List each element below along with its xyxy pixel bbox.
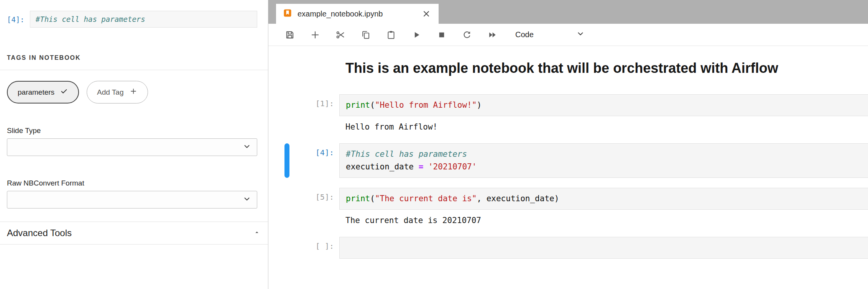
execution-prompt: [ ]: (289, 237, 339, 259)
cell-body: #This cell has parametersexecution_date … (339, 143, 868, 178)
cell-type-select[interactable]: Code (515, 29, 585, 40)
chevron-down-icon (576, 29, 585, 40)
tab-example-notebook[interactable]: example_notebook.ipynb (276, 4, 439, 24)
cell-body: This is an example notebook that will be… (339, 60, 868, 77)
slide-type-select[interactable] (7, 138, 257, 156)
caret-up-icon (253, 229, 260, 237)
chevron-down-icon (242, 194, 252, 205)
cell-list: [1]:print("Hello from Airflow!")Hello fr… (268, 94, 868, 259)
tags-in-notebook-header: TAGS IN NOTEBOOK (0, 54, 268, 70)
active-cell-preview: [4]: #This cell has parameters (0, 11, 268, 28)
close-tab-icon[interactable] (421, 8, 432, 19)
execution-prompt: [1]: (289, 94, 339, 133)
code-line: execution_date = '20210707' (346, 161, 862, 173)
tag-parameters[interactable]: parameters (7, 81, 79, 103)
plus-icon (129, 87, 138, 97)
cell-code-preview[interactable]: #This cell has parameters (30, 11, 257, 28)
execution-prompt: [4]: (289, 143, 339, 178)
cell-collapser (284, 60, 289, 77)
markdown-cell[interactable]: This is an example notebook that will be… (268, 60, 868, 77)
add-cell-icon[interactable] (310, 30, 321, 40)
paste-cells-icon[interactable] (386, 30, 396, 40)
code-line: print("Hello from Airflow!") (346, 99, 862, 112)
code-line: print("The current date is", execution_d… (346, 192, 862, 205)
notebook-cell[interactable]: [4]:#This cell has parametersexecution_d… (268, 143, 868, 178)
slide-type-label: Slide Type (0, 126, 268, 135)
cell-output: The current date is 20210707 (339, 210, 868, 227)
cell-collapser (284, 237, 289, 259)
notebook-panel: example_notebook.ipynb (268, 0, 868, 289)
advanced-tools-label: Advanced Tools (7, 228, 72, 238)
add-tag-label: Add Tag (97, 88, 123, 97)
tab-left: example_notebook.ipynb (283, 8, 383, 19)
notebook-icon (283, 8, 292, 19)
raw-nbconvert-label: Raw NBConvert Format (0, 179, 268, 187)
restart-run-all-icon[interactable] (487, 30, 498, 40)
notebook-toolbar: Code (268, 24, 868, 46)
advanced-tools-header[interactable]: Advanced Tools (0, 222, 268, 245)
check-icon (60, 87, 68, 97)
tag-label: parameters (18, 88, 54, 97)
tab-title: example_notebook.ipynb (298, 10, 383, 18)
cell-input[interactable] (339, 237, 868, 259)
cell-output: Hello from Airflow! (339, 116, 868, 133)
execution-prompt: [5]: (289, 188, 339, 227)
cell-collapser (284, 188, 289, 227)
code-line: #This cell has parameters (346, 148, 862, 161)
add-tag-button[interactable]: Add Tag (87, 81, 148, 103)
restart-kernel-icon[interactable] (462, 30, 472, 40)
cell-input[interactable]: #This cell has parametersexecution_date … (339, 143, 868, 178)
tag-list: parameters Add Tag (0, 70, 268, 103)
cell-input[interactable]: print("The current date is", execution_d… (339, 188, 868, 210)
cut-cells-icon[interactable] (335, 30, 346, 40)
notebook-heading: This is an example notebook that will be… (339, 60, 868, 77)
cell-type-value: Code (515, 30, 534, 39)
cell-body: print("Hello from Airflow!")Hello from A… (339, 94, 868, 133)
cell-body (339, 237, 868, 259)
cell-collapser[interactable] (284, 143, 289, 178)
cell-input[interactable]: print("Hello from Airflow!") (339, 94, 868, 116)
jupyterlab-window: [4]: #This cell has parameters TAGS IN N… (0, 0, 868, 289)
stop-kernel-icon[interactable] (436, 30, 447, 40)
chevron-down-icon (242, 142, 252, 153)
execution-prompt: [4]: (7, 11, 25, 24)
property-inspector-panel: [4]: #This cell has parameters TAGS IN N… (0, 0, 268, 289)
execution-prompt (289, 60, 339, 77)
raw-nbconvert-select[interactable] (7, 191, 257, 209)
notebook-cell[interactable]: [ ]: (268, 237, 868, 259)
tab-bar: example_notebook.ipynb (268, 0, 868, 24)
notebook-content: This is an example notebook that will be… (268, 46, 868, 289)
save-icon[interactable] (284, 30, 295, 40)
run-icon[interactable] (411, 30, 422, 40)
cell-collapser (284, 94, 289, 133)
notebook-cell[interactable]: [1]:print("Hello from Airflow!")Hello fr… (268, 94, 868, 133)
cell-body: print("The current date is", execution_d… (339, 188, 868, 227)
copy-cells-icon[interactable] (360, 30, 371, 40)
notebook-cell[interactable]: [5]:print("The current date is", executi… (268, 188, 868, 227)
